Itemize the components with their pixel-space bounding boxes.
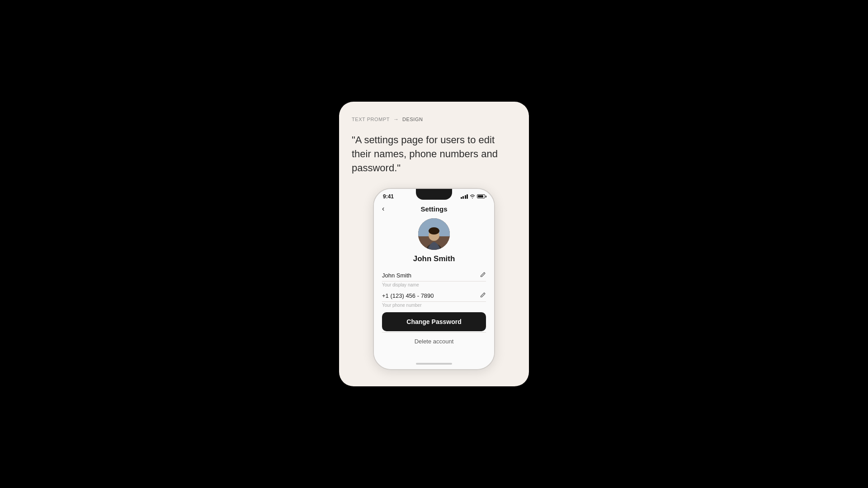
avatar[interactable] [418, 218, 450, 250]
name-field-group: John Smith Your display name [382, 272, 486, 287]
phone-field-label: Your phone number [382, 303, 486, 308]
phone-mockup: 9:41 [373, 188, 495, 370]
wifi-icon [470, 194, 475, 199]
home-indicator [374, 359, 494, 369]
phone-field-row: +1 (123) 456 - 7890 [382, 292, 486, 302]
main-card: TEXT PROMPT → DESIGN "A settings page fo… [339, 102, 529, 386]
name-field-value[interactable]: John Smith [382, 272, 411, 279]
status-bar: 9:41 [374, 189, 494, 202]
name-field-label: Your display name [382, 282, 486, 287]
home-bar [416, 363, 452, 365]
svg-point-6 [429, 227, 439, 235]
nav-bar: ‹ Settings [382, 202, 486, 218]
breadcrumb-text-prompt: TEXT PROMPT [352, 117, 390, 122]
profile-name: John Smith [413, 254, 455, 263]
phone-edit-icon[interactable] [480, 292, 486, 300]
name-edit-icon[interactable] [480, 272, 486, 279]
prompt-text: "A settings page for users to edit their… [352, 133, 516, 175]
breadcrumb: TEXT PROMPT → DESIGN [352, 116, 423, 122]
delete-account-button[interactable]: Delete account [382, 332, 486, 350]
name-field-row: John Smith [382, 272, 486, 282]
change-password-button[interactable]: Change Password [382, 312, 486, 331]
nav-title: Settings [420, 205, 447, 213]
status-icons [461, 194, 486, 199]
phone-content: ‹ Settings [374, 202, 494, 359]
battery-icon [477, 194, 485, 198]
phone-field-group: +1 (123) 456 - 7890 Your phone number [382, 292, 486, 308]
notch [416, 189, 452, 200]
signal-bars-icon [461, 194, 468, 199]
breadcrumb-arrow-icon: → [393, 116, 399, 122]
phone-mockup-wrapper: 9:41 [352, 188, 516, 370]
profile-section: John Smith [382, 218, 486, 263]
breadcrumb-design: DESIGN [402, 117, 423, 122]
back-button[interactable]: ‹ [382, 205, 384, 213]
status-time: 9:41 [383, 193, 394, 200]
phone-field-value[interactable]: +1 (123) 456 - 7890 [382, 292, 434, 299]
